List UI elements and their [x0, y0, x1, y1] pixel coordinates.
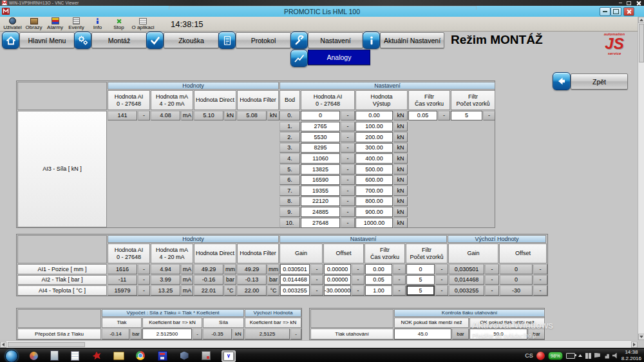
- info-button[interactable]: Info: [87, 17, 108, 31]
- filtr-cas-input[interactable]: 0.05: [365, 275, 392, 285]
- taskbar-vnc-icon[interactable]: [222, 350, 236, 362]
- nav-hlavni-menu-button[interactable]: Hlavní Menu: [19, 32, 75, 48]
- tray-volume-icon[interactable]: [612, 353, 618, 359]
- start-button[interactable]: [5, 350, 18, 362]
- point-output-input[interactable]: 100.00: [355, 122, 393, 132]
- point-ai-input[interactable]: 2765: [301, 122, 340, 132]
- point-output-input[interactable]: 0.00: [355, 111, 393, 120]
- horizontal-scrollbar[interactable]: [0, 340, 638, 348]
- point-output-input[interactable]: 300.00: [355, 143, 393, 153]
- point-ai-input[interactable]: 5530: [301, 132, 340, 142]
- filtr-cas-input[interactable]: 1.00: [365, 285, 392, 296]
- vnc-maximize-button[interactable]: [626, 1, 632, 5]
- check-icon[interactable]: [146, 32, 164, 49]
- user-button[interactable]: Uživatel: [2, 17, 23, 31]
- horizontal-scroll-thumb[interactable]: [8, 342, 85, 347]
- gears-icon[interactable]: [74, 32, 91, 49]
- taskbar-notepad-icon[interactable]: [68, 350, 81, 361]
- vertical-scroll-thumb[interactable]: [639, 24, 644, 62]
- language-indicator[interactable]: CS: [525, 352, 533, 359]
- point-ai-input[interactable]: 16590: [301, 175, 340, 186]
- vnc-close-button[interactable]: [636, 1, 641, 5]
- taskbar-folder-icon[interactable]: [112, 350, 125, 361]
- offset-input[interactable]: -30.00000: [324, 285, 351, 296]
- stop-button[interactable]: Stop: [108, 17, 129, 31]
- scroll-left-arrow[interactable]: [0, 341, 6, 348]
- nav-zkouska-button[interactable]: Zkouška: [164, 32, 219, 48]
- point-output-input[interactable]: 700.00: [355, 186, 393, 196]
- gain-input[interactable]: 0.030501: [280, 264, 310, 274]
- gain-input[interactable]: 0.003255: [280, 285, 310, 296]
- point-output-input[interactable]: 500.00: [355, 164, 393, 175]
- chart-icon[interactable]: [290, 50, 308, 67]
- filtr-pocet-input[interactable]: 5: [406, 285, 435, 296]
- gain-input[interactable]: 0.014468: [280, 275, 310, 285]
- about-button[interactable]: O aplikaci: [129, 17, 156, 31]
- point-ai-input[interactable]: 19355: [301, 186, 340, 196]
- tray-flag-icon[interactable]: [594, 353, 600, 359]
- scroll-up-arrow[interactable]: [638, 17, 644, 23]
- taskbar-promotic-icon[interactable]: [90, 350, 103, 361]
- back-arrow-icon[interactable]: [553, 72, 571, 90]
- point-number-cell: 5.: [279, 164, 300, 175]
- point-ai-input[interactable]: 11060: [301, 153, 340, 164]
- app-close-button[interactable]: [623, 7, 634, 16]
- nav-montaz-button[interactable]: Montáž: [91, 32, 147, 48]
- taskbar-calculator-icon[interactable]: [48, 350, 61, 361]
- point-ai-input[interactable]: 0: [301, 111, 340, 120]
- tray-network-icon[interactable]: [603, 353, 609, 359]
- tray-grid-icon[interactable]: [585, 353, 591, 359]
- filtr-cas-input[interactable]: 0.05: [408, 111, 437, 120]
- point-ai-input[interactable]: 27648: [301, 218, 340, 228]
- app-maximize-button[interactable]: [611, 7, 621, 16]
- point-ai-input[interactable]: 13825: [301, 164, 340, 175]
- point-ai-input[interactable]: 22120: [301, 196, 340, 207]
- taskbar-promotic-editor-icon[interactable]: [156, 350, 169, 361]
- hidden-icons-arrow[interactable]: [578, 354, 582, 357]
- scroll-right-arrow[interactable]: [631, 341, 638, 348]
- point-output-input[interactable]: 1000.00: [355, 218, 393, 228]
- offset-input[interactable]: 0.00000: [324, 264, 351, 274]
- point-ai-input[interactable]: 8295: [301, 143, 340, 153]
- submenu-analogy-button[interactable]: Analogy: [308, 50, 370, 65]
- ok-limit-input[interactable]: 50.0: [469, 329, 527, 339]
- events-button[interactable]: Eventy: [66, 17, 87, 31]
- filtr-pocet-input[interactable]: 5: [406, 275, 435, 285]
- nav-nastaveni-button[interactable]: Nastavení: [308, 32, 363, 48]
- koeficient-input[interactable]: 2.512500: [142, 329, 192, 339]
- filtr-pocet-input[interactable]: 5: [451, 111, 482, 120]
- home-icon[interactable]: [2, 32, 19, 49]
- app-minimize-button[interactable]: [600, 7, 611, 16]
- nav-protokol-button[interactable]: Protokol: [236, 32, 291, 48]
- alarms-button[interactable]: Alarmy: [44, 17, 66, 31]
- vnc-minimize-button[interactable]: [618, 1, 623, 5]
- tray-promotic-icon[interactable]: [536, 352, 545, 360]
- offset-input[interactable]: 0.00000: [324, 275, 351, 285]
- vertical-scrollbar[interactable]: [638, 17, 644, 340]
- taskbar-paint-icon[interactable]: [27, 350, 40, 361]
- point-output-input[interactable]: 400.00: [355, 153, 393, 164]
- nav-aktualni-nastaveni-button[interactable]: Aktuální Nastavení: [380, 32, 444, 48]
- taskbar-chrome-icon[interactable]: [134, 350, 147, 361]
- filtr-cas-input[interactable]: 0.00: [365, 264, 392, 274]
- point-output-input[interactable]: 900.00: [355, 207, 393, 217]
- taskbar-app-icon[interactable]: [200, 350, 213, 361]
- dash-cell: -: [290, 329, 301, 339]
- point-ai-input[interactable]: 24885: [301, 207, 340, 217]
- images-button[interactable]: Obrazy: [23, 17, 44, 31]
- battery-indicator[interactable]: 98%: [548, 352, 563, 360]
- info-nav-icon[interactable]: [363, 32, 380, 49]
- battery-icon[interactable]: [566, 353, 575, 359]
- point-output-input[interactable]: 600.00: [355, 175, 393, 186]
- filtr-pocet-input[interactable]: 0: [406, 264, 435, 274]
- taskbar-clock[interactable]: 14:38 8.2.2016: [621, 349, 641, 362]
- nok-limit-input[interactable]: 45.0: [394, 329, 451, 339]
- back-button[interactable]: Zpět: [571, 73, 628, 90]
- dash-cell: -: [533, 264, 547, 274]
- scroll-down-arrow[interactable]: [638, 334, 644, 340]
- point-output-input[interactable]: 200.00: [355, 132, 393, 142]
- taskbar-virtualbox-icon[interactable]: [178, 350, 191, 361]
- wrench-icon[interactable]: [290, 32, 308, 49]
- document-icon[interactable]: [218, 32, 236, 49]
- point-output-input[interactable]: 800.00: [355, 196, 393, 207]
